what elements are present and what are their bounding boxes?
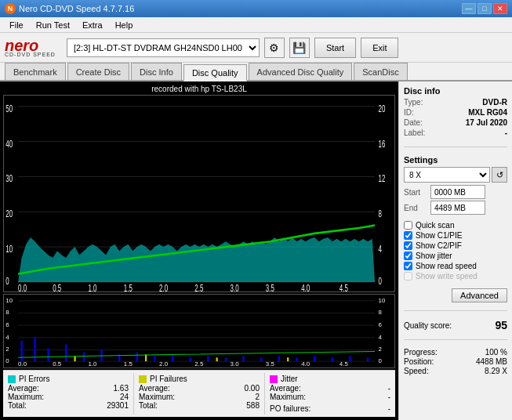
title-bar: N Nero CD-DVD Speed 4.7.7.16 — □ ✕: [0, 0, 512, 17]
position-label: Position:: [404, 357, 434, 366]
svg-text:2: 2: [379, 346, 382, 353]
sidebar: Disc info Type: DVD-R ID: MXL RG04 Date:…: [398, 81, 512, 420]
svg-text:30: 30: [5, 174, 13, 184]
pi-failures-total-value: 588: [246, 401, 260, 410]
quality-score-value: 95: [495, 319, 507, 331]
pi-errors-max-value: 24: [120, 393, 129, 401]
show-c2-pif-checkbox[interactable]: [404, 241, 412, 250]
show-c2-pif-label: Show C2/PIF: [416, 241, 462, 250]
pi-failures-color-box: [139, 375, 147, 383]
svg-text:8: 8: [379, 310, 382, 316]
tab-disc-info[interactable]: Disc Info: [131, 63, 182, 80]
quick-scan-label: Quick scan: [416, 221, 454, 230]
show-jitter-label: Show jitter: [416, 252, 452, 260]
svg-text:0.5: 0.5: [53, 361, 61, 368]
tab-create-disc[interactable]: Create Disc: [67, 63, 129, 80]
main-content: recorded with hp TS-LB23L 50 40 30 20 10…: [0, 81, 512, 420]
svg-text:3.5: 3.5: [266, 361, 274, 368]
show-c1-pie-checkbox[interactable]: [404, 231, 412, 240]
pi-errors-total-label: Total:: [8, 401, 27, 410]
svg-text:50: 50: [5, 103, 13, 114]
svg-text:8: 8: [5, 310, 9, 316]
minimize-button[interactable]: —: [462, 3, 476, 14]
jitter-avg-value: -: [388, 384, 390, 393]
svg-text:8: 8: [379, 209, 383, 219]
po-failures-value: -: [388, 404, 390, 413]
save-icon: 💾: [292, 42, 306, 54]
svg-text:4: 4: [379, 244, 383, 254]
show-c1-pie-label: Show C1/PIE: [416, 231, 462, 240]
svg-text:1.0: 1.0: [89, 283, 97, 291]
menu-file[interactable]: File: [3, 19, 30, 31]
svg-text:10: 10: [5, 244, 13, 254]
quality-score-label: Quality score:: [404, 321, 452, 330]
start-button[interactable]: Start: [314, 38, 356, 58]
pi-errors-color-box: [8, 375, 16, 383]
legend-pi-failures: PI Failures Average: 0.00 Maximum: 2 Tot…: [134, 373, 265, 415]
svg-text:3.0: 3.0: [231, 361, 239, 368]
refresh-button[interactable]: ↺: [492, 167, 507, 183]
legend-pi-errors: PI Errors Average: 1.63 Maximum: 24 Tota…: [3, 373, 134, 415]
id-label: ID:: [404, 108, 414, 117]
app-title: Nero CD-DVD Speed 4.7.7.16: [19, 4, 134, 13]
pi-failures-avg-value: 0.00: [245, 384, 260, 393]
svg-text:10: 10: [5, 297, 13, 303]
svg-text:40: 40: [5, 139, 13, 149]
start-label: Start: [404, 188, 427, 197]
legend: PI Errors Average: 1.63 Maximum: 24 Tota…: [3, 370, 395, 417]
show-read-speed-label: Show read speed: [416, 262, 477, 270]
legend-jitter: Jitter Average: - Maximum: - PO failures…: [265, 373, 395, 415]
svg-text:4: 4: [379, 334, 382, 340]
show-read-speed-checkbox[interactable]: [404, 262, 412, 270]
jitter-max-label: Maximum:: [270, 393, 306, 401]
end-input[interactable]: [430, 201, 485, 215]
tab-advanced-disc-quality[interactable]: Advanced Disc Quality: [249, 63, 353, 80]
quality-score-row: Quality score: 95: [404, 319, 507, 331]
svg-text:0: 0: [379, 277, 383, 287]
drive-select[interactable]: [2:3] HL-DT-ST DVDRAM GH24NSD0 LH00: [67, 38, 260, 57]
save-icon-button[interactable]: 💾: [289, 38, 310, 58]
speed-select[interactable]: 8 X Max 4 X 2 X 1 X: [404, 167, 490, 183]
exit-button[interactable]: Exit: [361, 38, 398, 58]
pi-errors-total-value: 29301: [107, 401, 129, 410]
show-write-speed-label: Show write speed: [416, 272, 478, 281]
advanced-button[interactable]: Advanced: [452, 288, 507, 302]
app-icon: N: [5, 3, 16, 14]
po-failures-label: PO failures:: [270, 404, 310, 413]
show-write-speed-checkbox[interactable]: [404, 272, 412, 281]
close-button[interactable]: ✕: [493, 3, 507, 14]
quick-scan-checkbox[interactable]: [404, 221, 412, 230]
jitter-avg-label: Average:: [270, 384, 301, 393]
jitter-color-box: [270, 375, 278, 383]
pi-failures-avg-label: Average:: [139, 384, 170, 393]
svg-text:2.0: 2.0: [159, 283, 168, 291]
svg-text:0.0: 0.0: [18, 283, 27, 291]
settings-icon-button[interactable]: ⚙: [264, 38, 285, 58]
svg-text:2.5: 2.5: [194, 361, 203, 368]
svg-text:3.0: 3.0: [231, 283, 239, 291]
start-input[interactable]: [430, 185, 485, 199]
tab-benchmark[interactable]: Benchmark: [5, 63, 66, 80]
svg-text:6: 6: [5, 322, 9, 328]
svg-text:1.5: 1.5: [124, 283, 133, 291]
progress-value: 100 %: [485, 348, 507, 357]
pi-errors-avg-label: Average:: [8, 384, 39, 393]
pi-failures-max-value: 2: [255, 393, 260, 401]
svg-text:4.5: 4.5: [340, 283, 348, 291]
progress-label: Progress:: [404, 348, 438, 357]
nero-logo: nero CD-DVD SPEED: [5, 38, 56, 57]
bottom-chart-svg: 10 8 6 4 2 0 10 8 6 4 2 0: [4, 295, 394, 368]
tab-disc-quality[interactable]: Disc Quality: [183, 64, 247, 81]
svg-text:2: 2: [5, 346, 9, 353]
menu-bar: File Run Test Extra Help: [0, 17, 512, 33]
menu-extra[interactable]: Extra: [76, 19, 109, 31]
svg-text:3.5: 3.5: [266, 283, 274, 291]
menu-run-test[interactable]: Run Test: [30, 19, 76, 31]
jitter-max-value: -: [388, 393, 390, 401]
tab-scan-disc[interactable]: ScanDisc: [354, 63, 407, 80]
show-jitter-checkbox[interactable]: [404, 252, 412, 260]
settings-title: Settings: [404, 155, 507, 165]
svg-text:12: 12: [379, 174, 386, 184]
menu-help[interactable]: Help: [109, 19, 140, 31]
maximize-button[interactable]: □: [478, 3, 492, 14]
